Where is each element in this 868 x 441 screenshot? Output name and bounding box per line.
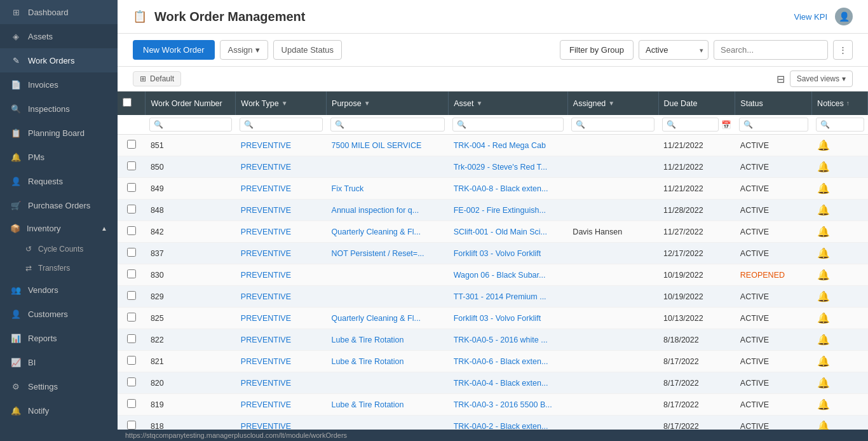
saved-views-button[interactable]: Saved views ▾ [790, 71, 853, 87]
search-wo-number-input[interactable] [149, 118, 232, 132]
sidebar-item-pms[interactable]: 🔔 PMs [0, 145, 118, 169]
columns-icon[interactable]: ⊟ [776, 73, 785, 85]
row-checkbox-cell [118, 372, 146, 394]
work-type-cell: PREVENTIVE [236, 135, 327, 156]
table-row[interactable]: 822 PREVENTIVE Lube & Tire Rotation TRK-… [118, 329, 868, 351]
transfers-icon: ⇄ [25, 264, 32, 273]
filter-by-group-button[interactable]: Filter by Group [560, 40, 634, 60]
table-row[interactable]: 842 PREVENTIVE Quarterly Cleaning & Fl..… [118, 221, 868, 243]
wo-number-cell: 822 [146, 329, 236, 351]
notice-cell[interactable]: 🔔 [812, 308, 868, 329]
sidebar-item-label: Requests [28, 177, 63, 186]
row-checkbox[interactable] [127, 183, 136, 192]
customers-icon: 👤 [10, 308, 22, 320]
table-row[interactable]: 829 PREVENTIVE TT-301 - 2014 Premium ...… [118, 286, 868, 308]
table-row[interactable]: 818 PREVENTIVE TRK-0A0-2 - Black exten..… [118, 416, 868, 430]
sidebar-item-inspections[interactable]: 🔍 Inspections [0, 97, 118, 121]
select-all-checkbox[interactable] [123, 98, 132, 107]
notice-cell[interactable]: 🔔 [812, 264, 868, 286]
search-purpose-input[interactable] [330, 118, 445, 132]
search-asset-input[interactable] [452, 118, 564, 132]
table-row[interactable]: 821 PREVENTIVE Lube & Tire Rotation TRK-… [118, 351, 868, 372]
row-checkbox-cell [118, 156, 146, 178]
sidebar-item-assets[interactable]: ◈ Assets [0, 24, 118, 48]
sidebar-item-planning-board[interactable]: 📋 Planning Board [0, 121, 118, 145]
sidebar-item-notify[interactable]: 🔔 Notify [0, 398, 118, 423]
row-checkbox[interactable] [127, 377, 136, 386]
table-row[interactable]: 825 PREVENTIVE Quarterly Cleaning & Fl..… [118, 308, 868, 329]
notice-cell[interactable]: 🔔 [812, 221, 868, 243]
notice-cell[interactable]: 🔔 [812, 351, 868, 372]
sidebar-item-bi[interactable]: 📈 BI [0, 350, 118, 374]
inspections-icon: 🔍 [10, 103, 22, 114]
notice-cell[interactable]: 🔔 [812, 135, 868, 156]
assigned-cell [567, 135, 658, 156]
table-row[interactable]: 848 PREVENTIVE Annual inspection for q..… [118, 200, 868, 221]
search-due-date-input[interactable] [662, 118, 719, 132]
notice-cell[interactable]: 🔔 [812, 372, 868, 394]
view-kpi-button[interactable]: View KPI [794, 12, 827, 22]
asset-filter-icon[interactable]: ▼ [476, 100, 482, 107]
table-row[interactable]: 819 PREVENTIVE Lube & Tire Rotation TRK-… [118, 394, 868, 416]
table-row[interactable]: 830 PREVENTIVE Wagon 06 - Black Subar...… [118, 264, 868, 286]
sidebar-item-vendors[interactable]: 👥 Vendors [0, 278, 118, 302]
assigned-filter-icon[interactable]: ▼ [608, 100, 614, 107]
search-notices-input[interactable] [816, 118, 864, 132]
update-status-button[interactable]: Update Status [273, 40, 342, 60]
sidebar-item-reports[interactable]: 📊 Reports [0, 326, 118, 350]
purpose-filter-icon[interactable]: ▼ [364, 100, 370, 107]
new-work-order-button[interactable]: New Work Order [133, 40, 215, 60]
sidebar-item-label: PMs [28, 153, 44, 162]
sidebar-item-settings[interactable]: ⚙ Settings [0, 374, 118, 398]
sidebar-item-requests[interactable]: 👤 Requests [0, 169, 118, 193]
row-checkbox[interactable] [127, 205, 136, 214]
row-checkbox[interactable] [127, 140, 136, 149]
notice-cell[interactable]: 🔔 [812, 200, 868, 221]
notices-sort-icon[interactable]: ↑ [846, 100, 850, 107]
notice-cell[interactable]: 🔔 [812, 156, 868, 178]
search-status-input[interactable] [739, 118, 808, 132]
notice-cell[interactable]: 🔔 [812, 286, 868, 308]
row-checkbox[interactable] [127, 269, 136, 278]
row-checkbox[interactable] [127, 334, 136, 343]
table-row[interactable]: 850 PREVENTIVE Trk-0029 - Steve's Red T.… [118, 156, 868, 178]
sidebar-item-cycle-counts[interactable]: ↺ Cycle Counts [0, 240, 118, 259]
notice-cell[interactable]: 🔔 [812, 243, 868, 264]
sidebar-item-dashboard[interactable]: ⊞ Dashboard [0, 0, 118, 24]
purpose-cell: Lube & Tire Rotation [327, 394, 449, 416]
row-checkbox[interactable] [127, 313, 136, 322]
sidebar-item-inventory[interactable]: 📦 Inventory ▲ [0, 217, 118, 240]
sidebar-item-invoices[interactable]: 📄 Invoices [0, 72, 118, 97]
table-row[interactable]: 849 PREVENTIVE Fix Truck TRK-0A0-8 - Bla… [118, 178, 868, 200]
sidebar-item-transfers[interactable]: ⇄ Transfers [0, 259, 118, 278]
notice-cell[interactable]: 🔔 [812, 178, 868, 200]
calendar-icon[interactable]: 📅 [721, 120, 731, 130]
assigned-cell [567, 416, 658, 430]
sidebar-item-work-orders[interactable]: ✎ Work Orders [0, 48, 118, 72]
assign-button[interactable]: Assign ▾ [220, 40, 268, 60]
row-checkbox-cell [118, 329, 146, 351]
row-checkbox[interactable] [127, 399, 136, 408]
more-options-button[interactable]: ⋮ [833, 40, 853, 60]
row-checkbox[interactable] [127, 356, 136, 365]
search-input[interactable] [714, 40, 828, 60]
notice-cell[interactable]: 🔔 [812, 329, 868, 351]
assigned-cell [567, 178, 658, 200]
sidebar-item-customers[interactable]: 👤 Customers [0, 302, 118, 326]
search-work-type-input[interactable] [240, 118, 323, 132]
row-checkbox[interactable] [127, 226, 136, 235]
table-row[interactable]: 851 PREVENTIVE 7500 MILE OIL SERVICE TRK… [118, 135, 868, 156]
row-checkbox[interactable] [127, 421, 136, 430]
sidebar-item-purchase-orders[interactable]: 🛒 Purchase Orders [0, 193, 118, 217]
table-row[interactable]: 820 PREVENTIVE TRK-0A0-4 - Black exten..… [118, 372, 868, 394]
row-checkbox[interactable] [127, 248, 136, 257]
status-select[interactable]: Active All Closed Reopened [639, 40, 709, 60]
work-type-cell: PREVENTIVE [236, 308, 327, 329]
notice-cell[interactable]: 🔔 [812, 416, 868, 430]
work-type-filter-icon[interactable]: ▼ [281, 100, 288, 107]
notice-cell[interactable]: 🔔 [812, 394, 868, 416]
table-row[interactable]: 837 PREVENTIVE NOT Persistent / Reset=..… [118, 243, 868, 264]
row-checkbox[interactable] [127, 161, 136, 170]
row-checkbox[interactable] [127, 291, 136, 300]
search-assigned-input[interactable] [571, 118, 654, 132]
